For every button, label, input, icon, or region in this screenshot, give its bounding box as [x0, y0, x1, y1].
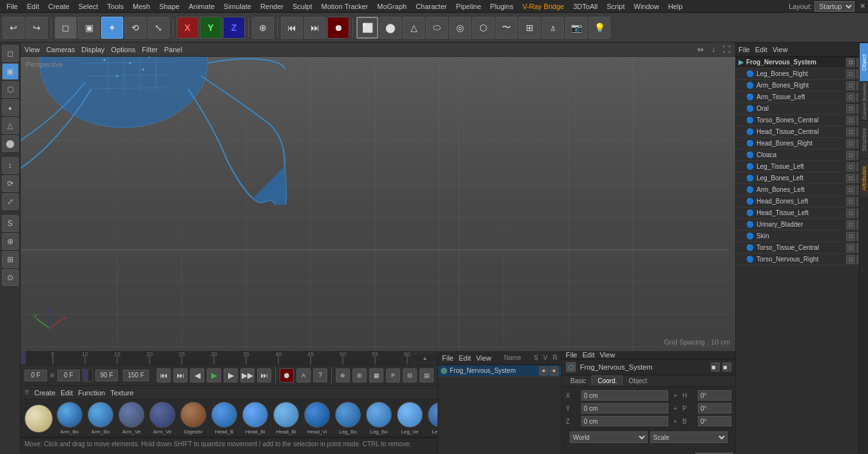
- menu-vray-bridge[interactable]: V-Ray Bridge: [519, 0, 568, 12]
- move-tool-btn[interactable]: ✦: [101, 17, 123, 39]
- mat-item-12[interactable]: Leg_Ve: [427, 402, 438, 435]
- end-frame-input[interactable]: [95, 370, 118, 381]
- obj-item-12[interactable]: 🔵 Head_Tissue_Left ◻ ◻: [736, 207, 868, 219]
- menu-animate[interactable]: Animate: [185, 0, 218, 12]
- obj-vis-4[interactable]: ◻: [846, 116, 855, 125]
- obj-item-10[interactable]: 🔵 Arm_Bones_Left ◻ ◻: [736, 184, 868, 196]
- obj-edit-menu[interactable]: Edit: [755, 46, 767, 53]
- schematic-btn[interactable]: ⊟: [403, 368, 417, 383]
- menu-mograph[interactable]: MoGraph: [373, 0, 410, 12]
- mat-item-7[interactable]: Head_Bi: [272, 402, 300, 435]
- prev-key-btn[interactable]: ⏭: [173, 368, 188, 383]
- attr-world-select[interactable]: World: [570, 431, 648, 443]
- obj-vis-btn[interactable]: ■: [539, 366, 548, 375]
- menu-character[interactable]: Character: [412, 0, 450, 12]
- next-frame-btn[interactable]: ⏭: [304, 17, 326, 39]
- mat-item-5[interactable]: Head_B: [210, 402, 238, 435]
- menu-script[interactable]: Script: [603, 0, 628, 12]
- menu-create[interactable]: Create: [44, 0, 73, 12]
- timeline-mode-btn[interactable]: ▤: [420, 368, 434, 383]
- left-move-tool[interactable]: ↕: [2, 157, 19, 174]
- obj-vis-5[interactable]: ◻: [846, 128, 855, 137]
- menu-edit[interactable]: Edit: [23, 0, 43, 12]
- edit-mode-btn[interactable]: ▣: [78, 17, 100, 39]
- camera-btn[interactable]: 📷: [565, 17, 587, 39]
- mat-item-9[interactable]: Leg_Bo: [334, 402, 362, 435]
- left-grid-tool[interactable]: ⊞: [2, 251, 19, 268]
- attr-view-menu[interactable]: View: [600, 351, 615, 359]
- motion-btn[interactable]: ▦: [369, 368, 383, 383]
- tab-object[interactable]: Object: [860, 43, 868, 81]
- root-vis-btn[interactable]: ◻: [846, 58, 855, 67]
- left-scale-tool[interactable]: ⤢: [2, 193, 19, 210]
- menu-render[interactable]: Render: [256, 0, 287, 12]
- z-axis-btn[interactable]: Z: [223, 17, 245, 39]
- obj-file-menu[interactable]: File: [738, 46, 750, 53]
- obj-vis-8[interactable]: ◻: [846, 162, 855, 171]
- question-btn[interactable]: ?: [313, 368, 327, 383]
- menu-mesh[interactable]: Mesh: [129, 0, 154, 12]
- mat-item-6[interactable]: Head_Bi: [241, 402, 269, 435]
- layout-dropdown[interactable]: Startup: [815, 1, 854, 12]
- obj-vis-2[interactable]: ◻: [846, 93, 855, 102]
- left-edge-tool[interactable]: △: [2, 117, 19, 134]
- vp-menu-cameras[interactable]: Cameras: [46, 46, 75, 53]
- menu-select[interactable]: Select: [75, 0, 102, 12]
- left-point-tool[interactable]: ⬥: [2, 99, 19, 116]
- goto-end-btn[interactable]: ⏭: [257, 368, 271, 383]
- vp-menu-options[interactable]: Options: [111, 46, 135, 53]
- attr-x-pos[interactable]: [581, 390, 668, 401]
- rotate-tool-btn[interactable]: ⟲: [124, 17, 146, 39]
- cylinder-btn[interactable]: ⬭: [426, 17, 448, 39]
- undo-button[interactable]: ↩: [3, 17, 24, 39]
- attr-b-val[interactable]: [698, 416, 731, 426]
- obj-vis-13[interactable]: ◻: [846, 220, 855, 229]
- mat-item-11[interactable]: Leg_Ve: [396, 402, 424, 435]
- obj-item-2[interactable]: 🔵 Arm_Tissue_Left ◻ ◻: [736, 91, 868, 103]
- mat-menu-texture[interactable]: Texture: [110, 389, 133, 397]
- left-plus-tool[interactable]: ⊕: [2, 233, 19, 250]
- obj-render-btn[interactable]: ■: [550, 366, 559, 375]
- attr-tab-coord[interactable]: Coord.: [592, 375, 622, 386]
- left-poly-tool[interactable]: ⬡: [2, 81, 19, 98]
- goto-start-btn[interactable]: ⏮: [157, 368, 171, 383]
- vp-menu-panel[interactable]: Panel: [164, 46, 182, 53]
- obj-vis-16[interactable]: ◻: [846, 255, 855, 264]
- timeline-track[interactable]: 5 10 15 20 25 30 35: [21, 351, 412, 364]
- mat-item-10[interactable]: Leg_Bo: [365, 402, 393, 435]
- close-icon[interactable]: ✕: [860, 2, 865, 10]
- obj-item-7[interactable]: 🔵 Cloaca ◻ ◻: [736, 149, 868, 161]
- file-menu-2[interactable]: File: [442, 354, 454, 362]
- auto-key-btn[interactable]: ⊞: [352, 368, 367, 383]
- left-model-tool[interactable]: ◻: [2, 45, 19, 62]
- vp-menu-display[interactable]: Display: [81, 46, 104, 53]
- current-frame-input[interactable]: [24, 370, 47, 381]
- attr-h-val[interactable]: [698, 390, 731, 401]
- mat-menu-edit[interactable]: Edit: [61, 389, 73, 397]
- mat-sphere-preview[interactable]: [24, 404, 53, 433]
- menu-simulate[interactable]: Simulate: [220, 0, 255, 12]
- obj-vis-12[interactable]: ◻: [846, 209, 855, 218]
- tab-attributes[interactable]: Attributes: [860, 158, 868, 197]
- prev-frame-btn[interactable]: ⏮: [281, 17, 303, 39]
- attr-file-menu[interactable]: File: [566, 351, 577, 359]
- obj-view-menu[interactable]: View: [773, 46, 788, 53]
- cube-btn[interactable]: ⬜: [356, 17, 378, 39]
- timeline-scroll[interactable]: [82, 369, 93, 382]
- attr-vis-btn[interactable]: ■: [711, 363, 720, 372]
- obj-item-3[interactable]: 🔵 Oral ◻ ◻: [736, 103, 868, 115]
- mat-item-3[interactable]: Arm_Ve: [148, 402, 177, 435]
- menu-file[interactable]: File: [3, 0, 22, 12]
- obj-item-1[interactable]: 🔵 Arm_Bones_Right ◻ ◻: [736, 80, 868, 91]
- model-mode-btn[interactable]: ◻: [55, 17, 77, 39]
- x-axis-btn[interactable]: X: [177, 17, 198, 39]
- obj-root-item[interactable]: ▶ Frog_Nervous_System ◻ ◻: [736, 57, 868, 68]
- left-rotate-tool[interactable]: ⟳: [2, 175, 19, 192]
- scale-tool-btn[interactable]: ⤡: [148, 17, 169, 39]
- plane-btn[interactable]: ⬡: [472, 17, 494, 39]
- menu-plugins[interactable]: Plugins: [487, 0, 517, 12]
- view-menu-2[interactable]: View: [476, 354, 492, 362]
- power-btn[interactable]: P: [386, 368, 400, 383]
- mat-item-2[interactable]: Arm_Ve: [117, 402, 146, 435]
- deform-btn[interactable]: ⍋: [542, 17, 564, 39]
